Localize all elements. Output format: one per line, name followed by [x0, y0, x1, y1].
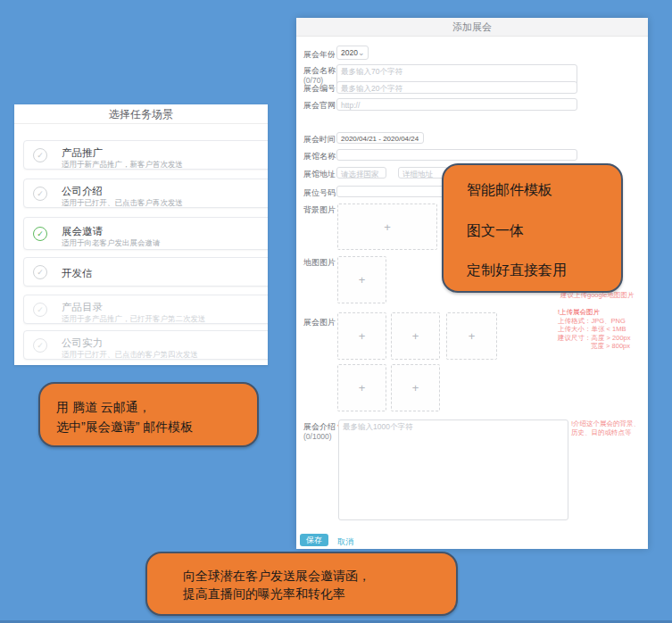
chevron-down-icon: ⌄	[358, 50, 365, 55]
scenario-subtitle: 适用于向老客户发出展会邀请	[62, 238, 161, 249]
plus-icon: +	[469, 329, 476, 343]
map-image-upload[interactable]: +	[337, 256, 386, 303]
expo-image-upload[interactable]: +	[391, 364, 440, 411]
scenario-subtitle: 适用于多产品推广，已打开客户第二次发送	[62, 314, 206, 325]
scenario-title: 展会邀请	[62, 225, 103, 238]
time-value: 2020/04/21 - 2020/04/24	[341, 135, 419, 143]
year-select[interactable]: 2020 ⌄	[336, 46, 369, 60]
hall-label: 展馆名称*	[303, 151, 341, 162]
scenario-subtitle: 适用于已打开、已点击客户再次发送	[62, 198, 183, 209]
scenario-card-product-catalog[interactable]: ✓ 产品目录 适用于多产品推广，已打开客户第二次发送	[23, 295, 268, 324]
expo-images-label: 展会图片	[303, 317, 336, 328]
callout-line: 图文一体	[467, 222, 524, 241]
save-button[interactable]: 保存	[300, 534, 328, 546]
callout-select-bubble: 用 腾道 云邮通， 选中”展会邀请” 邮件模板	[38, 382, 259, 447]
scenario-card-expo-invite[interactable]: ✓ 展会邀请 适用于向老客户发出展会邀请	[23, 217, 268, 250]
scenario-subtitle: 适用于新产品推广，新客户首次发送	[62, 160, 183, 170]
url-prefix: http://	[341, 101, 360, 110]
expo-tip-line: 宽度 > 800px	[558, 342, 643, 351]
expo-tip-title: !上传展会图片	[558, 308, 643, 317]
intro-tip: !介绍这个展会的背景、历史、目的或特点等	[571, 419, 643, 436]
code-input[interactable]: 最多输入20个字符	[336, 81, 577, 94]
scenario-title: 产品目录	[62, 301, 103, 314]
scenario-card-dev-letter[interactable]: ✓ 开发信	[23, 257, 268, 287]
country-select[interactable]: 请选择国家	[336, 167, 386, 179]
address-label: 展馆地址*	[303, 169, 341, 180]
scenario-subtitle: 适用于已打开、已点击的客户第四次发送	[62, 350, 198, 361]
check-icon-selected: ✓	[33, 227, 47, 241]
callout-line: 选中”展会邀请” 邮件模板	[56, 417, 193, 436]
expo-image-upload[interactable]: +	[337, 364, 386, 411]
plus-icon: +	[412, 381, 419, 395]
scenario-card-company-strength[interactable]: ✓ 公司实力 适用于已打开、已点击的客户第四次发送	[23, 330, 268, 360]
expo-tip-line: 建议尺寸：高度 > 200px	[558, 334, 643, 343]
plus-icon: +	[412, 329, 419, 343]
map-image-label: 地图图片	[303, 257, 336, 269]
expo-tip-line: 上传格式：JPG、PNG	[558, 317, 643, 326]
scenario-title: 公司介绍	[62, 185, 103, 198]
check-icon: ✓	[33, 148, 47, 162]
expo-image-upload[interactable]: +	[446, 312, 497, 360]
plus-icon: +	[359, 329, 366, 343]
slide-canvas: 选择任务场景 ✓ 产品推广 适用于新产品推广，新客户首次发送 ✓ 公司介绍 适用…	[0, 0, 672, 623]
address-detail-input[interactable]: 详细地址	[398, 167, 448, 179]
callout-line: 定制好直接套用	[467, 262, 567, 280]
check-icon: ✓	[33, 303, 47, 317]
intro-counter: (0/1000)	[303, 432, 332, 441]
website-label: 展会官网	[303, 100, 336, 112]
website-input[interactable]: http://	[336, 98, 577, 111]
booth-label: 展位号码*	[303, 187, 341, 199]
callout-template-bubble: 智能邮件模板 图文一体 定制好直接套用	[442, 163, 623, 293]
check-icon: ✓	[33, 338, 47, 353]
hall-input[interactable]	[336, 149, 577, 161]
callout-bottom-bubble: 向全球潜在客户发送展会邀请函， 提高直播间的曝光率和转化率	[145, 552, 458, 616]
year-label: 展会年份*	[303, 49, 341, 61]
expo-upload-tips: !上传展会图片 上传格式：JPG、PNG 上传大小：单张 < 1MB 建议尺寸：…	[558, 308, 643, 351]
cancel-link[interactable]: 取消	[337, 536, 353, 548]
expo-image-upload[interactable]: +	[337, 312, 386, 360]
task-scenario-title: 选择任务场景	[14, 104, 268, 124]
plus-icon: +	[359, 273, 366, 287]
scenario-card-product-promo[interactable]: ✓ 产品推广 适用于新产品推广，新客户首次发送	[23, 140, 268, 170]
scenario-title: 产品推广	[62, 146, 103, 160]
task-scenario-panel: 选择任务场景 ✓ 产品推广 适用于新产品推广，新客户首次发送 ✓ 公司介绍 适用…	[14, 104, 268, 365]
check-icon: ✓	[33, 265, 47, 279]
scenario-title: 公司实力	[62, 336, 103, 350]
form-title: 添加展会	[296, 18, 648, 37]
year-value: 2020	[341, 48, 358, 57]
callout-line: 智能邮件模板	[467, 181, 552, 200]
callout-line: 向全球潜在客户发送展会邀请函，	[183, 567, 370, 585]
time-label: 展会时间*	[303, 134, 341, 145]
time-range-input[interactable]: 2020/04/21 - 2020/04/24	[336, 132, 424, 144]
scenario-title: 开发信	[62, 267, 93, 280]
intro-textarea[interactable]: 最多输入1000个字符	[338, 419, 568, 520]
plus-icon: +	[359, 381, 366, 395]
check-icon: ✓	[33, 187, 47, 201]
bg-image-label: 背景图片	[303, 204, 336, 216]
expo-image-upload[interactable]: +	[391, 312, 440, 360]
expo-tip-line: 上传大小：单张 < 1MB	[558, 325, 643, 334]
callout-line: 提高直播间的曝光率和转化率	[183, 585, 370, 602]
plus-icon: +	[384, 220, 391, 234]
code-label: 展会编号	[303, 83, 336, 95]
callout-line: 用 腾道 云邮通，	[56, 397, 193, 417]
bg-image-upload[interactable]: +	[337, 204, 437, 250]
scenario-card-company-intro[interactable]: ✓ 公司介绍 适用于已打开、已点击客户再次发送	[23, 179, 268, 208]
